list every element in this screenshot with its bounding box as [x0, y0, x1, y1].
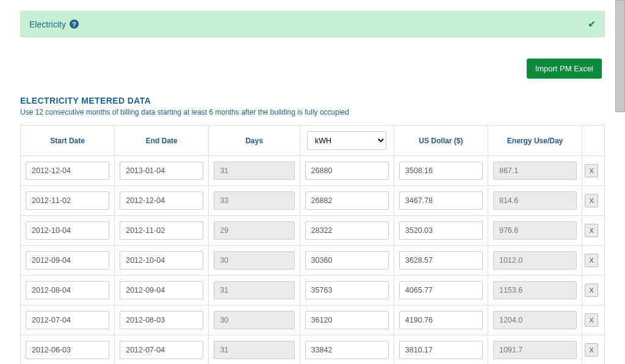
- dollar-input[interactable]: [399, 341, 483, 359]
- delete-row-button[interactable]: X: [585, 254, 598, 267]
- header-energy-per-day: Energy Use/Day: [488, 126, 582, 156]
- start-date-input[interactable]: [26, 341, 109, 359]
- end-date-input[interactable]: [120, 162, 203, 180]
- table-row: X: [21, 305, 605, 335]
- kwh-input[interactable]: [305, 162, 389, 180]
- delete-row-button[interactable]: X: [585, 224, 598, 237]
- kwh-input[interactable]: [305, 311, 389, 329]
- table-row: X: [21, 276, 605, 305]
- table-row: X: [21, 335, 605, 365]
- table-row: X: [21, 216, 605, 246]
- delete-row-button[interactable]: X: [585, 284, 598, 297]
- energy-day-input: [493, 251, 577, 269]
- dollar-input[interactable]: [399, 221, 483, 240]
- days-input: [214, 281, 294, 299]
- energy-day-input: [493, 311, 577, 329]
- scrollbar-thumb[interactable]: [615, 0, 625, 112]
- start-date-input[interactable]: [26, 251, 109, 269]
- header-delete: [582, 126, 605, 156]
- delete-row-button[interactable]: X: [585, 343, 598, 357]
- dollar-input[interactable]: [399, 251, 483, 269]
- help-icon[interactable]: ?: [70, 20, 79, 29]
- energy-day-input: [493, 221, 577, 240]
- delete-row-button[interactable]: X: [585, 194, 598, 207]
- table-row: X: [21, 246, 605, 276]
- end-date-input[interactable]: [120, 191, 203, 210]
- table-row: X: [21, 186, 605, 216]
- metered-data-table: Start Date End Date Days kWH US Dollar (…: [20, 125, 605, 364]
- days-input: [214, 162, 294, 180]
- section-description: Use 12 consecutive months of billing dat…: [20, 108, 605, 116]
- dollar-input[interactable]: [399, 162, 483, 180]
- delete-row-button[interactable]: X: [585, 313, 598, 327]
- delete-row-button[interactable]: X: [585, 164, 598, 177]
- energy-day-input: [493, 191, 577, 210]
- days-input: [214, 311, 294, 329]
- kwh-input[interactable]: [305, 251, 389, 269]
- end-date-input[interactable]: [120, 281, 203, 299]
- start-date-input[interactable]: [26, 162, 109, 180]
- start-date-input[interactable]: [26, 311, 109, 329]
- table-row: X: [21, 156, 605, 186]
- section-title: ELECTRICITY METERED DATA: [20, 96, 605, 105]
- import-pm-excel-button[interactable]: Import PM Excel: [527, 59, 602, 79]
- header-start-date: Start Date: [21, 126, 115, 156]
- start-date-input[interactable]: [26, 191, 109, 210]
- end-date-input[interactable]: [120, 221, 203, 240]
- end-date-input[interactable]: [120, 341, 203, 359]
- energy-day-input: [493, 281, 577, 299]
- dollar-input[interactable]: [399, 191, 483, 210]
- kwh-input[interactable]: [305, 221, 389, 240]
- header-energy-unit: kWH: [300, 126, 394, 156]
- dollar-input[interactable]: [399, 281, 483, 299]
- days-input: [214, 221, 294, 240]
- start-date-input[interactable]: [26, 221, 109, 240]
- energy-day-input: [493, 341, 577, 359]
- energy-unit-select[interactable]: kWH: [307, 131, 386, 150]
- start-date-input[interactable]: [26, 281, 109, 299]
- energy-day-input: [493, 162, 577, 180]
- panel-header[interactable]: Electricity ? ✔: [20, 11, 605, 37]
- kwh-input[interactable]: [305, 341, 389, 359]
- end-date-input[interactable]: [120, 251, 203, 269]
- header-days: Days: [209, 126, 300, 156]
- dollar-input[interactable]: [399, 311, 483, 329]
- days-input: [214, 341, 294, 359]
- header-end-date: End Date: [115, 126, 209, 156]
- panel-title-text: Electricity: [29, 20, 66, 29]
- days-input: [214, 251, 294, 269]
- check-icon: ✔: [588, 18, 596, 30]
- days-input: [214, 191, 294, 210]
- kwh-input[interactable]: [305, 281, 389, 299]
- header-cost: US Dollar ($): [394, 126, 488, 156]
- kwh-input[interactable]: [305, 191, 389, 210]
- end-date-input[interactable]: [120, 311, 203, 329]
